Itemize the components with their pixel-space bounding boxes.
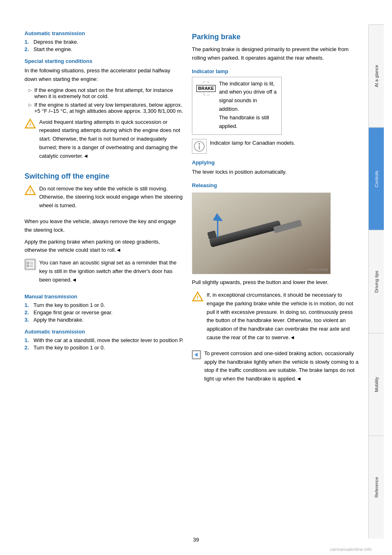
parking-brake-title: Parking brake [192, 33, 360, 41]
step-num: 2. [24, 345, 31, 351]
switching-warning-text: Do not remove the key while the vehicle … [39, 185, 184, 210]
bullet-item-1: If the engine does not start on the firs… [24, 87, 184, 99]
releasing-warning-text: If, in exceptional circumstances, it sho… [207, 291, 360, 342]
sidebar-tab-controls[interactable]: Controls [369, 128, 384, 231]
special-starting-title: Special starting conditions [24, 58, 184, 64]
sidebar-tab-at-a-glance[interactable]: At a glance [369, 25, 384, 128]
releasing-note-text: To prevent corrosion and one-sided braki… [204, 349, 360, 383]
auto-trans-bottom-title: Automatic transmission [24, 329, 184, 335]
step-text: Apply the handbrake. [33, 317, 84, 323]
manual-step-1: 1. Turn the key to position 1 or 0. [24, 302, 184, 308]
releasing-warning: ! If, in exceptional circumstances, it s… [192, 291, 360, 345]
step-text: With the car at a standstill, move the s… [33, 337, 184, 343]
step-num: 2. [24, 309, 31, 316]
parking-brake-intro: The parking brake is designed primarily … [192, 45, 360, 63]
releasing-caption: Pull slightly upwards, press the button … [192, 278, 360, 287]
parking-brake-image: VYC11-EM4 [192, 192, 331, 274]
canadian-text: Indicator lamp for Canadian models. [210, 139, 295, 148]
step-num: 1. [24, 39, 31, 45]
bullet-text: If the engine is started at very low tem… [34, 102, 184, 114]
sidebar-tab-reference[interactable]: Reference [369, 436, 384, 539]
brake-label: BRAKE [196, 85, 216, 92]
auto-trans-step-2: 2. Start the engine. [24, 46, 184, 52]
sidebar: At a glance Controls Driving tips Mobili… [368, 25, 384, 539]
step-text: Engage first gear or reverse gear. [33, 309, 113, 316]
image-watermark: VYC11-EM4 [308, 268, 328, 272]
releasing-note: To prevent corrosion and one-sided braki… [192, 349, 360, 387]
svg-text:!: ! [29, 121, 31, 128]
manual-trans-list: 1. Turn the key to position 1 or 0. 2. E… [24, 302, 184, 323]
step-text: Start the engine. [33, 46, 72, 52]
svg-marker-23 [194, 353, 198, 357]
bullet-item-2: If the engine is started at very low tem… [24, 102, 184, 114]
note-arrow-icon [192, 350, 201, 359]
auto-trans-step-1: 1. Depress the brake. [24, 39, 184, 45]
site-watermark: carmanualonline.info [330, 547, 372, 552]
warning-triangle-icon-2: ! [24, 185, 36, 213]
indicator-lamp-title: Indicator lamp [192, 68, 360, 74]
left-column: Automatic transmission 1. Depress the br… [24, 25, 184, 539]
special-starting-intro: In the following situations, press the a… [24, 67, 184, 84]
manual-step-3: 3. Apply the handbrake. [24, 317, 184, 323]
step-text: Turn the key to position 1 or 0. [33, 302, 105, 308]
manual-step-2: 2. Engage first gear or reverse gear. [24, 309, 184, 316]
note-icon [24, 259, 36, 270]
svg-rect-4 [26, 260, 35, 269]
step-num: 1. [24, 302, 31, 308]
switching-para2: Apply the parking brake when parking on … [24, 238, 184, 255]
releasing-title: Releasing [192, 182, 360, 188]
applying-text: The lever locks in position automaticall… [192, 168, 360, 177]
warning-text: Avoid frequent starting attempts in quic… [39, 118, 184, 161]
svg-point-12 [198, 143, 200, 145]
step-text: Depress the brake. [33, 39, 78, 45]
bullet-text: If the engine does not start on the firs… [34, 87, 184, 99]
switching-off-title: Switching off the engine [24, 172, 184, 181]
note-text: You can have an acoustic signal set as a… [39, 259, 184, 284]
svg-text:!: ! [29, 188, 31, 194]
sidebar-tab-mobility[interactable]: Mobility [369, 333, 384, 436]
page-number: 39 [193, 537, 199, 543]
step-text: Turn the key to position 1 or 0. [33, 345, 105, 351]
switching-note: You can have an acoustic signal set as a… [24, 259, 184, 287]
brake-line-2: The handbrake is still applied. [219, 114, 277, 131]
applying-title: Applying [192, 159, 360, 166]
manual-trans-title: Manual transmission [24, 293, 184, 300]
svg-text:!: ! [197, 294, 198, 300]
brake-line-1: The indicator lamp is lit, and when you … [219, 80, 277, 114]
warning-triangle-icon-3: ! [192, 291, 203, 345]
warning-triangle-icon: ! [24, 118, 36, 164]
switching-off-warning: ! Do not remove the key while the vehicl… [24, 185, 184, 213]
auto-trans-bottom-list: 1. With the car at a standstill, move th… [24, 337, 184, 351]
auto-bottom-step-1: 1. With the car at a standstill, move th… [24, 337, 184, 343]
switching-para1: When you leave the vehicle, always remov… [24, 217, 184, 235]
right-column: Parking brake The parking brake is desig… [192, 25, 360, 539]
svg-rect-5 [27, 262, 29, 264]
step-num: 2. [24, 46, 31, 52]
special-starting-bullets: If the engine does not start on the firs… [24, 87, 184, 114]
canadian-icon [192, 139, 207, 154]
auto-trans-top-list: 1. Depress the brake. 2. Start the engin… [24, 39, 184, 52]
brake-indicator-box: ⌐ ¬ BRAKE └ ─ The indicator lamp is lit,… [192, 77, 282, 135]
step-num: 1. [24, 337, 31, 343]
auto-trans-top-title: Automatic transmission [24, 30, 184, 36]
sidebar-tab-driving-tips[interactable]: Driving tips [369, 230, 384, 333]
svg-rect-6 [27, 265, 29, 267]
auto-bottom-step-2: 2. Turn the key to position 1 or 0. [24, 345, 184, 351]
step-num: 3. [24, 317, 31, 323]
special-starting-warning: ! Avoid frequent starting attempts in qu… [24, 118, 184, 164]
